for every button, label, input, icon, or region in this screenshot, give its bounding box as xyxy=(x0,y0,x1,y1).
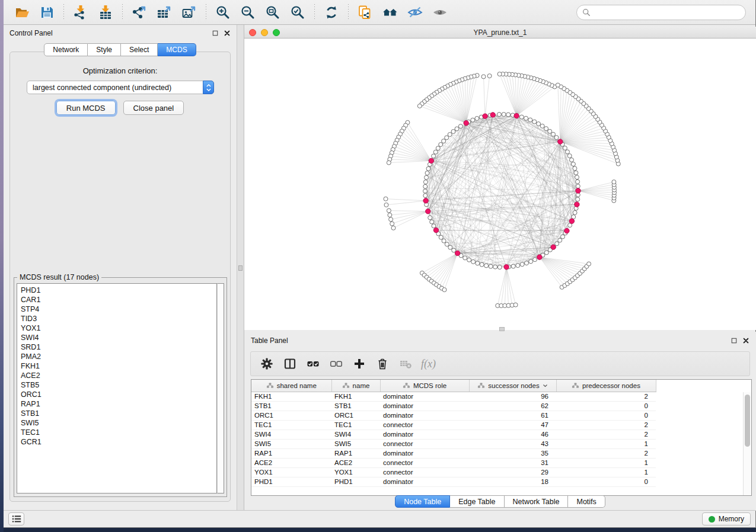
cell-MCDS-role[interactable]: dominator xyxy=(380,401,469,411)
cell-MCDS-role[interactable]: dominator xyxy=(380,411,469,420)
cell-shared-name[interactable]: SWI5 xyxy=(251,439,331,448)
mcds-result-node[interactable]: PMA2 xyxy=(21,352,216,361)
cell-name[interactable]: TEC1 xyxy=(331,420,380,430)
table-row[interactable]: ORC1ORC1dominator610 xyxy=(251,411,656,420)
mcds-result-node[interactable]: GCR1 xyxy=(21,437,216,447)
cell-name[interactable]: SWI4 xyxy=(331,430,380,439)
save-session-icon[interactable] xyxy=(38,4,56,21)
cell-predecessor-nodes[interactable]: 1 xyxy=(556,467,656,477)
column-view-icon[interactable] xyxy=(282,356,298,371)
tab-style[interactable]: Style xyxy=(88,43,121,56)
cell-MCDS-role[interactable]: dominator xyxy=(380,430,469,439)
node-table-grid[interactable]: shared name name MCDS role successor nod… xyxy=(251,380,656,487)
open-file-icon[interactable] xyxy=(13,4,31,21)
cell-successor-nodes[interactable]: 31 xyxy=(469,458,556,467)
clear-selection-icon[interactable] xyxy=(328,356,344,371)
cell-predecessor-nodes[interactable]: 2 xyxy=(556,430,656,439)
cell-predecessor-nodes[interactable]: 0 xyxy=(556,477,656,486)
mcds-result-list[interactable]: PHD1CAR1STP4TID3YOX1SWI4SRD1PMA2FKH1ACE2… xyxy=(17,283,217,493)
export-image-icon[interactable] xyxy=(180,4,198,21)
cell-shared-name[interactable]: SWI4 xyxy=(251,430,331,439)
cell-shared-name[interactable]: ACE2 xyxy=(251,458,331,467)
mcds-result-node[interactable]: STB1 xyxy=(21,409,216,418)
cell-successor-nodes[interactable]: 62 xyxy=(469,401,556,411)
column-header-successor-nodes[interactable]: successor nodes xyxy=(469,380,556,392)
table-scrollbar-thumb[interactable] xyxy=(745,395,750,447)
cell-successor-nodes[interactable]: 43 xyxy=(469,439,556,448)
cell-shared-name[interactable]: STB1 xyxy=(251,401,331,411)
float-panel-icon[interactable] xyxy=(212,30,219,37)
tab-network-table[interactable]: Network Table xyxy=(505,495,569,508)
cell-predecessor-nodes[interactable]: 1 xyxy=(556,458,656,467)
cell-successor-nodes[interactable]: 18 xyxy=(469,477,556,486)
cell-MCDS-role[interactable]: connector xyxy=(380,439,469,448)
zoom-fit-icon[interactable] xyxy=(264,4,282,21)
cell-successor-nodes[interactable]: 96 xyxy=(469,392,556,401)
cell-shared-name[interactable]: RAP1 xyxy=(251,448,331,458)
column-header-predecessor-nodes[interactable]: predecessor nodes xyxy=(556,380,656,392)
tab-network[interactable]: Network xyxy=(44,43,88,56)
table-row[interactable]: SWI5SWI5connector431 xyxy=(251,439,656,448)
cell-successor-nodes[interactable]: 29 xyxy=(469,467,556,477)
cell-shared-name[interactable]: TEC1 xyxy=(251,420,331,430)
cell-predecessor-nodes[interactable]: 1 xyxy=(556,439,656,448)
cell-name[interactable]: SWI5 xyxy=(331,439,380,448)
show-all-icon[interactable] xyxy=(431,4,449,21)
mcds-result-node[interactable]: SRD1 xyxy=(21,342,216,352)
cell-name[interactable]: FKH1 xyxy=(331,392,380,401)
table-scrollbar[interactable] xyxy=(743,392,751,495)
mcds-result-node[interactable]: TEC1 xyxy=(21,428,216,437)
mcds-result-node[interactable]: ACE2 xyxy=(21,371,216,380)
optimization-criterion-dropdown[interactable]: largest connected component (undirected) xyxy=(27,81,214,94)
cell-shared-name[interactable]: FKH1 xyxy=(251,392,331,401)
zoom-in-icon[interactable] xyxy=(214,4,232,21)
export-table-icon[interactable] xyxy=(155,4,173,21)
memory-button[interactable]: Memory xyxy=(702,512,751,525)
mcds-result-node[interactable]: RAP1 xyxy=(21,399,216,409)
table-row[interactable]: TEC1TEC1connector472 xyxy=(251,420,656,430)
cell-MCDS-role[interactable]: connector xyxy=(380,420,469,430)
cell-successor-nodes[interactable]: 35 xyxy=(469,448,556,458)
import-table-icon[interactable] xyxy=(97,4,114,21)
settings-icon[interactable] xyxy=(259,356,275,371)
float-table-panel-icon[interactable] xyxy=(731,337,738,344)
table-row[interactable]: SWI4SWI4dominator462 xyxy=(251,430,656,439)
cell-shared-name[interactable]: ORC1 xyxy=(251,411,331,420)
mcds-result-node[interactable]: PHD1 xyxy=(21,286,216,295)
mcds-result-node[interactable]: FKH1 xyxy=(21,361,216,371)
result-list-scrollbar[interactable] xyxy=(217,283,224,493)
tab-mcds[interactable]: MCDS xyxy=(158,43,196,56)
cell-successor-nodes[interactable]: 46 xyxy=(469,430,556,439)
cell-shared-name[interactable]: YOX1 xyxy=(251,467,331,477)
cell-successor-nodes[interactable]: 61 xyxy=(469,411,556,420)
run-mcds-button[interactable]: Run MCDS xyxy=(56,101,116,115)
network-graph[interactable] xyxy=(244,39,756,330)
export-network-icon[interactable] xyxy=(130,4,148,21)
cell-MCDS-role[interactable]: dominator xyxy=(380,448,469,458)
column-header-name[interactable]: name xyxy=(331,380,380,392)
cell-name[interactable]: RAP1 xyxy=(331,448,380,458)
table-row[interactable]: STB1STB1dominator620 xyxy=(251,401,656,411)
mcds-result-node[interactable]: ORC1 xyxy=(21,390,216,399)
cell-successor-nodes[interactable]: 47 xyxy=(469,420,556,430)
column-header-shared-name[interactable]: shared name xyxy=(251,380,331,392)
zoom-selected-icon[interactable] xyxy=(289,4,307,21)
add-column-icon[interactable] xyxy=(352,356,367,371)
mcds-result-node[interactable]: SWI5 xyxy=(21,418,216,428)
tab-node-table[interactable]: Node Table xyxy=(395,495,450,508)
tab-motifs[interactable]: Motifs xyxy=(568,495,605,508)
cell-MCDS-role[interactable]: connector xyxy=(380,467,469,477)
mcds-result-node[interactable]: TID3 xyxy=(21,314,216,323)
search-box[interactable] xyxy=(576,5,746,20)
cell-predecessor-nodes[interactable]: 2 xyxy=(556,392,656,401)
show-panels-button[interactable] xyxy=(8,512,24,525)
mcds-result-node[interactable]: SWI4 xyxy=(21,333,216,342)
cell-shared-name[interactable]: PHD1 xyxy=(251,477,331,486)
table-row[interactable]: FKH1FKH1dominator962 xyxy=(251,392,656,401)
delete-column-icon[interactable] xyxy=(375,356,390,371)
cell-MCDS-role[interactable]: connector xyxy=(380,458,469,467)
mcds-result-node[interactable]: YOX1 xyxy=(21,323,216,333)
cell-name[interactable]: ACE2 xyxy=(331,458,380,467)
tab-edge-table[interactable]: Edge Table xyxy=(450,495,504,508)
cell-name[interactable]: STB1 xyxy=(331,401,380,411)
